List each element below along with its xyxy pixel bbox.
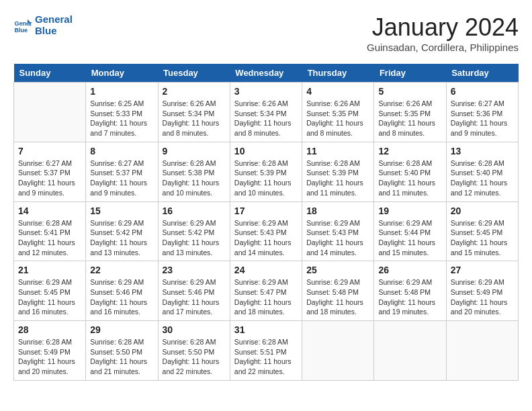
day-info: Sunrise: 6:29 AM Sunset: 5:46 PM Dayligh…: [163, 277, 226, 317]
calendar-week-row: 21Sunrise: 6:29 AM Sunset: 5:45 PM Dayli…: [14, 261, 519, 321]
calendar-cell: 10Sunrise: 6:28 AM Sunset: 5:39 PM Dayli…: [230, 142, 302, 201]
calendar-cell: 18Sunrise: 6:29 AM Sunset: 5:43 PM Dayli…: [302, 201, 374, 261]
day-number: 28: [18, 324, 81, 335]
day-number: 29: [90, 324, 153, 335]
day-info: Sunrise: 6:28 AM Sunset: 5:39 PM Dayligh…: [234, 158, 298, 198]
day-number: 23: [163, 265, 226, 275]
day-number: 16: [163, 205, 226, 216]
day-info: Sunrise: 6:29 AM Sunset: 5:44 PM Dayligh…: [378, 218, 441, 258]
day-info: Sunrise: 6:25 AM Sunset: 5:33 PM Dayligh…: [90, 99, 153, 138]
day-number: 24: [234, 265, 298, 275]
calendar-cell: 20Sunrise: 6:29 AM Sunset: 5:45 PM Dayli…: [446, 201, 518, 261]
day-number: 4: [306, 86, 369, 97]
day-info: Sunrise: 6:27 AM Sunset: 5:37 PM Dayligh…: [90, 158, 153, 198]
day-number: 26: [378, 265, 441, 275]
day-number: 14: [18, 205, 81, 216]
calendar-cell: 15Sunrise: 6:29 AM Sunset: 5:42 PM Dayli…: [86, 201, 158, 261]
calendar-cell: 19Sunrise: 6:29 AM Sunset: 5:44 PM Dayli…: [374, 201, 446, 261]
calendar-cell: 25Sunrise: 6:29 AM Sunset: 5:48 PM Dayli…: [302, 261, 374, 321]
calendar-week-row: 14Sunrise: 6:28 AM Sunset: 5:41 PM Dayli…: [14, 201, 519, 261]
day-number: 1: [90, 86, 153, 97]
header-day-thursday: Thursday: [302, 64, 374, 83]
header-day-tuesday: Tuesday: [158, 64, 230, 83]
calendar-table: SundayMondayTuesdayWednesdayThursdayFrid…: [13, 64, 519, 381]
day-info: Sunrise: 6:28 AM Sunset: 5:40 PM Dayligh…: [451, 158, 514, 198]
day-info: Sunrise: 6:26 AM Sunset: 5:34 PM Dayligh…: [234, 99, 298, 138]
calendar-cell: 12Sunrise: 6:28 AM Sunset: 5:40 PM Dayli…: [374, 142, 446, 201]
svg-text:Blue: Blue: [14, 27, 28, 34]
day-number: 7: [18, 146, 81, 156]
calendar-cell: 29Sunrise: 6:28 AM Sunset: 5:50 PM Dayli…: [86, 321, 158, 381]
day-number: 9: [163, 146, 226, 156]
day-info: Sunrise: 6:28 AM Sunset: 5:49 PM Dayligh…: [18, 337, 81, 377]
calendar-cell: 17Sunrise: 6:29 AM Sunset: 5:43 PM Dayli…: [230, 201, 302, 261]
day-info: Sunrise: 6:29 AM Sunset: 5:45 PM Dayligh…: [18, 277, 81, 317]
calendar-cell: 5Sunrise: 6:26 AM Sunset: 5:35 PM Daylig…: [374, 83, 446, 142]
calendar-week-row: 28Sunrise: 6:28 AM Sunset: 5:49 PM Dayli…: [14, 321, 519, 381]
header-day-friday: Friday: [374, 64, 446, 83]
day-number: 2: [163, 86, 226, 97]
calendar-cell: 7Sunrise: 6:27 AM Sunset: 5:37 PM Daylig…: [14, 142, 86, 201]
day-number: 11: [306, 146, 369, 156]
day-info: Sunrise: 6:29 AM Sunset: 5:43 PM Dayligh…: [234, 218, 298, 258]
calendar-title: January 2024: [367, 13, 519, 42]
logo: General Blue General Blue: [13, 13, 73, 36]
calendar-cell: 14Sunrise: 6:28 AM Sunset: 5:41 PM Dayli…: [14, 201, 86, 261]
calendar-week-row: 1Sunrise: 6:25 AM Sunset: 5:33 PM Daylig…: [14, 83, 519, 142]
day-number: 20: [451, 205, 514, 216]
day-number: 18: [306, 205, 369, 216]
day-info: Sunrise: 6:29 AM Sunset: 5:42 PM Dayligh…: [90, 218, 153, 258]
calendar-cell: 26Sunrise: 6:29 AM Sunset: 5:48 PM Dayli…: [374, 261, 446, 321]
day-info: Sunrise: 6:29 AM Sunset: 5:49 PM Dayligh…: [451, 277, 514, 317]
header-day-wednesday: Wednesday: [230, 64, 302, 83]
calendar-cell: 24Sunrise: 6:29 AM Sunset: 5:47 PM Dayli…: [230, 261, 302, 321]
calendar-cell: 23Sunrise: 6:29 AM Sunset: 5:46 PM Dayli…: [158, 261, 230, 321]
day-number: 3: [234, 86, 298, 97]
calendar-cell: 6Sunrise: 6:27 AM Sunset: 5:36 PM Daylig…: [446, 83, 518, 142]
calendar-cell: 21Sunrise: 6:29 AM Sunset: 5:45 PM Dayli…: [14, 261, 86, 321]
calendar-cell: 22Sunrise: 6:29 AM Sunset: 5:46 PM Dayli…: [86, 261, 158, 321]
day-number: 30: [163, 324, 226, 335]
day-number: 25: [306, 265, 369, 275]
day-number: 27: [451, 265, 514, 275]
day-info: Sunrise: 6:29 AM Sunset: 5:47 PM Dayligh…: [234, 277, 298, 317]
day-number: 5: [378, 86, 441, 97]
day-number: 10: [234, 146, 298, 156]
day-number: 19: [378, 205, 441, 216]
calendar-week-row: 7Sunrise: 6:27 AM Sunset: 5:37 PM Daylig…: [14, 142, 519, 201]
header-day-saturday: Saturday: [446, 64, 518, 83]
day-number: 21: [18, 265, 81, 275]
day-info: Sunrise: 6:29 AM Sunset: 5:48 PM Dayligh…: [378, 277, 441, 317]
day-number: 22: [90, 265, 153, 275]
title-section: January 2024 Guinsadan, Cordillera, Phil…: [367, 13, 519, 53]
calendar-cell: 27Sunrise: 6:29 AM Sunset: 5:49 PM Dayli…: [446, 261, 518, 321]
calendar-cell: [302, 321, 374, 381]
calendar-cell: 30Sunrise: 6:28 AM Sunset: 5:50 PM Dayli…: [158, 321, 230, 381]
calendar-cell: 4Sunrise: 6:26 AM Sunset: 5:35 PM Daylig…: [302, 83, 374, 142]
day-info: Sunrise: 6:28 AM Sunset: 5:50 PM Dayligh…: [163, 337, 226, 377]
day-info: Sunrise: 6:26 AM Sunset: 5:34 PM Dayligh…: [163, 99, 226, 138]
day-info: Sunrise: 6:26 AM Sunset: 5:35 PM Dayligh…: [378, 99, 441, 138]
day-number: 6: [451, 86, 514, 97]
header-day-sunday: Sunday: [14, 64, 86, 83]
day-info: Sunrise: 6:29 AM Sunset: 5:43 PM Dayligh…: [306, 218, 369, 258]
day-info: Sunrise: 6:28 AM Sunset: 5:38 PM Dayligh…: [163, 158, 226, 198]
day-number: 13: [451, 146, 514, 156]
day-info: Sunrise: 6:26 AM Sunset: 5:35 PM Dayligh…: [306, 99, 369, 138]
calendar-cell: [374, 321, 446, 381]
calendar-cell: 11Sunrise: 6:28 AM Sunset: 5:39 PM Dayli…: [302, 142, 374, 201]
calendar-subtitle: Guinsadan, Cordillera, Philippines: [367, 42, 519, 53]
day-info: Sunrise: 6:29 AM Sunset: 5:42 PM Dayligh…: [163, 218, 226, 258]
calendar-cell: 13Sunrise: 6:28 AM Sunset: 5:40 PM Dayli…: [446, 142, 518, 201]
day-number: 15: [90, 205, 153, 216]
calendar-cell: 16Sunrise: 6:29 AM Sunset: 5:42 PM Dayli…: [158, 201, 230, 261]
calendar-cell: 8Sunrise: 6:27 AM Sunset: 5:37 PM Daylig…: [86, 142, 158, 201]
day-info: Sunrise: 6:28 AM Sunset: 5:51 PM Dayligh…: [234, 337, 298, 377]
day-number: 12: [378, 146, 441, 156]
day-info: Sunrise: 6:28 AM Sunset: 5:50 PM Dayligh…: [90, 337, 153, 377]
logo-text: General Blue: [35, 13, 73, 36]
day-info: Sunrise: 6:28 AM Sunset: 5:41 PM Dayligh…: [18, 218, 81, 258]
day-info: Sunrise: 6:27 AM Sunset: 5:36 PM Dayligh…: [451, 99, 514, 138]
calendar-cell: 31Sunrise: 6:28 AM Sunset: 5:51 PM Dayli…: [230, 321, 302, 381]
day-info: Sunrise: 6:27 AM Sunset: 5:37 PM Dayligh…: [18, 158, 81, 198]
